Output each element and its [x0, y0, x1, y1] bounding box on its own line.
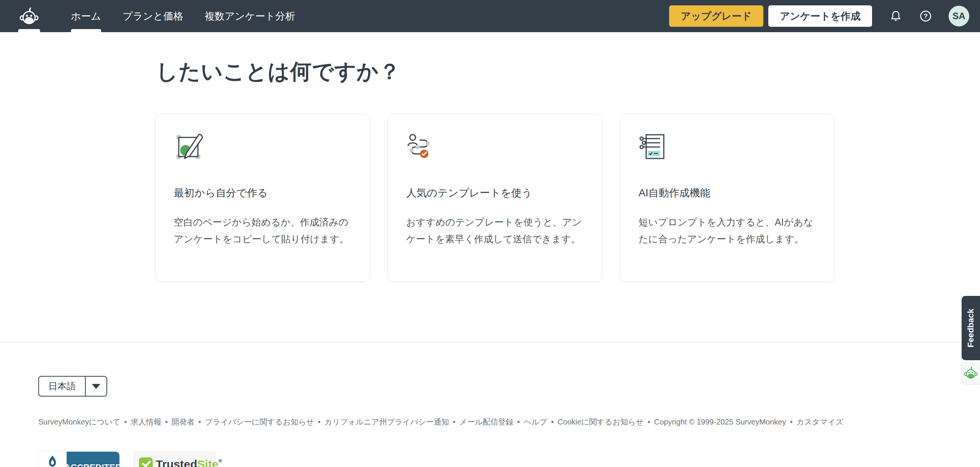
- active-tab-indicator: [71, 29, 101, 32]
- main-content: したいことは何ですか？ 最初から自分で作る 空白のページから始めるか、作成済みの…: [0, 57, 980, 342]
- nav-item-plans-pricing[interactable]: プランと価格: [112, 0, 194, 32]
- active-tab-indicator: [18, 29, 40, 32]
- separator: •: [194, 418, 205, 426]
- footer-link-email-optin[interactable]: メール配信登録: [459, 418, 513, 426]
- user-avatar[interactable]: SA: [949, 6, 969, 26]
- footer-link-developers[interactable]: 開発者: [172, 418, 194, 426]
- top-navbar: ホーム プランと価格 複数アンケート分析 アップグレード アンケートを作成 ? …: [0, 0, 980, 32]
- footer-links: SurveyMonkeyについて•求人情報•開発者•プライバシーに関するお知らせ…: [38, 413, 953, 430]
- notifications-button[interactable]: [890, 10, 902, 22]
- bell-icon: [890, 10, 902, 22]
- bbb-torch-icon: [46, 456, 59, 467]
- separator: •: [314, 418, 324, 426]
- card-ai-create[interactable]: AI自動作成機能 短いプロンプトを入力すると、AIがあなたに合ったアンケートを作…: [620, 114, 835, 282]
- language-dropdown-toggle[interactable]: [85, 377, 106, 396]
- footer-link-about[interactable]: SurveyMonkeyについて: [38, 418, 120, 426]
- bbb-text-panel: ACCREDITED BUSINESS: [67, 452, 119, 467]
- footer-link-cookies[interactable]: Cookieに関するお知らせ: [557, 418, 644, 426]
- help-button[interactable]: ?: [920, 10, 932, 22]
- nav-item-label: プランと価格: [122, 10, 183, 23]
- bbb-line1: ACCREDITED: [64, 462, 119, 467]
- card-title: 最初から自分で作る: [174, 186, 351, 200]
- navbar-actions: アップグレード アンケートを作成 ? SA: [669, 5, 980, 27]
- footer-link-customize[interactable]: カスタマイズ: [796, 418, 843, 426]
- feedback-monkey-button[interactable]: [962, 362, 980, 384]
- card-create-from-scratch[interactable]: 最初から自分で作る 空白のページから始めるか、作成済みのアンケートをコピーして貼…: [155, 114, 370, 282]
- feedback-label: Feedback: [966, 309, 976, 348]
- language-label: 日本語: [39, 377, 85, 396]
- footer-link-privacy[interactable]: プライバシーに関するお知らせ: [205, 418, 314, 426]
- card-use-template[interactable]: 人気のテンプレートを使う おすすめのテンプレートを使うと、アンケートを素早く作成…: [387, 114, 603, 282]
- card-title: 人気のテンプレートを使う: [406, 186, 584, 200]
- separator: •: [644, 418, 654, 426]
- card-title: AI自動作成機能: [639, 186, 816, 200]
- feedback-tab[interactable]: Feedback: [962, 296, 980, 360]
- upgrade-button[interactable]: アップグレード: [669, 5, 763, 27]
- nav-item-home[interactable]: ホーム: [60, 0, 112, 32]
- trust-badges: BBB ACCREDITED BUSINESS TrustedSite® CER…: [38, 452, 980, 467]
- footer-copyright: Copyright © 1999-2025 SurveyMonkey: [654, 418, 786, 426]
- separator: •: [449, 418, 459, 426]
- nav-item-label: ホーム: [71, 10, 101, 23]
- trustedsite-wordmark: TrustedSite®: [156, 458, 222, 467]
- separator: •: [547, 418, 557, 426]
- separator: •: [513, 418, 524, 426]
- template-flow-icon: [406, 132, 435, 162]
- action-cards: 最初から自分で作る 空白のページから始めるか、作成済みのアンケートをコピーして貼…: [155, 114, 980, 282]
- help-icon: ?: [920, 10, 932, 22]
- trustedsite-check-icon: [139, 457, 153, 467]
- ai-document-icon: [639, 132, 668, 162]
- primary-nav: ホーム プランと価格 複数アンケート分析: [60, 0, 306, 32]
- surveymonkey-logo-link[interactable]: [17, 0, 41, 32]
- page-title: したいことは何ですか？: [156, 57, 980, 87]
- card-body: 短いプロンプトを入力すると、AIがあなたに合ったアンケートを作成します。: [639, 214, 816, 247]
- create-survey-button[interactable]: アンケートを作成: [768, 5, 872, 27]
- surveymonkey-monkey-icon: [20, 7, 39, 26]
- bbb-accredited-badge[interactable]: BBB ACCREDITED BUSINESS: [38, 452, 119, 467]
- surveymonkey-green-monkey-icon: [964, 366, 978, 380]
- card-body: おすすめのテンプレートを使うと、アンケートを素早く作成して送信できます。: [406, 214, 584, 247]
- pencil-square-icon: [174, 132, 203, 162]
- language-selector[interactable]: 日本語: [38, 376, 107, 397]
- trustedsite-badge[interactable]: TrustedSite® CERTIFIED SECURE: [134, 452, 215, 467]
- footer-link-california-privacy[interactable]: カリフォルニア州プライバシー通知: [324, 418, 449, 426]
- footer-link-help[interactable]: ヘルプ: [524, 418, 547, 426]
- separator: •: [120, 418, 131, 426]
- footer-link-jobs[interactable]: 求人情報: [131, 418, 161, 426]
- separator: •: [161, 418, 172, 426]
- bbb-logo-panel: BBB: [38, 452, 67, 467]
- trustedsite-logo-row: TrustedSite®: [139, 457, 210, 467]
- nav-item-multi-survey-analysis[interactable]: 複数アンケート分析: [194, 0, 306, 32]
- svg-text:?: ?: [924, 13, 928, 20]
- chevron-down-icon: [92, 384, 100, 389]
- page-footer: 日本語 SurveyMonkeyについて•求人情報•開発者•プライバシーに関する…: [0, 342, 980, 467]
- card-body: 空白のページから始めるか、作成済みのアンケートをコピーして貼り付けます。: [174, 214, 351, 247]
- separator: •: [786, 418, 796, 426]
- nav-item-label: 複数アンケート分析: [205, 10, 295, 23]
